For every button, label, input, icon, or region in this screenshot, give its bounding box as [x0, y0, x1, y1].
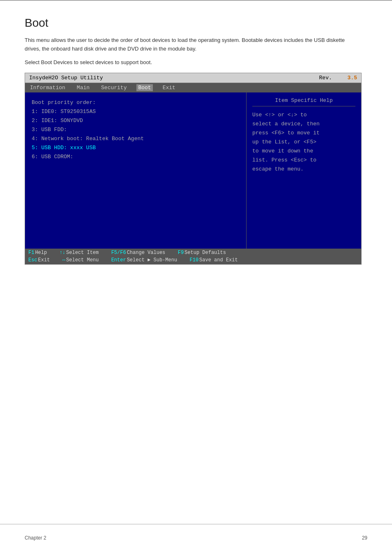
- description-2: Select Boot Devices to select devices to…: [25, 59, 367, 65]
- footer-label-exit: Exit: [38, 257, 56, 263]
- footer-label-select-submenu: Select ► Sub-Menu: [127, 257, 183, 263]
- boot-item-4[interactable]: 4: Network boot: Realtek Boot Agent: [32, 134, 240, 143]
- footer-row-2: Esc Exit ↔ Select Menu Enter Select ► Su…: [28, 257, 358, 263]
- nav-item-security[interactable]: Security: [99, 84, 128, 91]
- boot-item-2[interactable]: 2: IDE1: SONYDVD: [32, 116, 240, 125]
- bios-footer: F1 Help ↑↓ Select Item F5/F6 Change Valu…: [25, 249, 361, 264]
- bios-title-text: InsydeH2O Setup Utility: [29, 75, 103, 81]
- bios-rev-value: 3.5: [348, 75, 357, 81]
- bios-rev-group: Rev. 3.5: [319, 75, 357, 81]
- footer-label-setup-defaults: Setup Defaults: [184, 250, 226, 256]
- footer-icon-updown: ↑↓: [60, 250, 65, 256]
- nav-item-exit[interactable]: Exit: [161, 84, 177, 91]
- footer-label-select-item: Select Item: [66, 250, 105, 256]
- footer-label-select-menu: Select Menu: [66, 257, 105, 263]
- bios-nav-bar: Information Main Security Boot Exit: [25, 83, 361, 92]
- boot-item-6[interactable]: 6: USB CDROM:: [32, 152, 240, 161]
- bios-container: InsydeH2O Setup Utility Rev. 3.5 Informa…: [25, 73, 362, 265]
- page-footer: Chapter 2 29: [25, 535, 367, 541]
- footer-key-f9: F9: [178, 250, 184, 256]
- boot-priority-label: Boot priority order:: [32, 98, 240, 107]
- nav-item-main[interactable]: Main: [75, 84, 91, 91]
- footer-key-f5f6: F5/F6: [111, 250, 126, 256]
- top-border: [0, 0, 392, 1]
- bios-right-panel: Item Specific Help Use <↑> or <↓> to sel…: [246, 92, 361, 249]
- footer-icon-leftright: ↔: [62, 257, 65, 263]
- boot-item-3[interactable]: 3: USB FDD:: [32, 125, 240, 134]
- boot-item-1[interactable]: 1: IDE0: ST9250315AS: [32, 107, 240, 116]
- footer-key-esc: Esc: [28, 257, 37, 263]
- bios-title-bar: InsydeH2O Setup Utility Rev. 3.5: [25, 73, 361, 83]
- footer-key-enter: Enter: [111, 257, 126, 263]
- bios-body: Boot priority order: 1: IDE0: ST9250315A…: [25, 92, 361, 249]
- footer-key-f10: F10: [190, 257, 199, 263]
- nav-item-boot[interactable]: Boot: [136, 84, 152, 91]
- footer-label-help: Help: [35, 250, 53, 256]
- page-title: Boot: [25, 16, 367, 30]
- nav-item-information[interactable]: Information: [28, 84, 67, 91]
- footer-row-1: F1 Help ↑↓ Select Item F5/F6 Change Valu…: [28, 250, 358, 256]
- bios-help-content: Use <↑> or <↓> to select a device, then …: [252, 111, 355, 174]
- bios-help-title: Item Specific Help: [252, 97, 355, 106]
- footer-key-f1: F1: [28, 250, 34, 256]
- boot-item-5[interactable]: 5: USB HDD: xxxx USB: [32, 143, 240, 152]
- chapter-label: Chapter 2: [25, 535, 46, 541]
- bios-rev-label: Rev.: [319, 75, 332, 81]
- description-1: This menu allows the user to decide the …: [25, 36, 362, 53]
- footer-label-change: Change Values: [127, 250, 171, 256]
- bottom-border: [0, 524, 392, 524]
- bios-left-panel: Boot priority order: 1: IDE0: ST9250315A…: [25, 92, 246, 249]
- page-number: 29: [362, 535, 367, 541]
- footer-label-save-exit: Save and Exit: [199, 257, 238, 263]
